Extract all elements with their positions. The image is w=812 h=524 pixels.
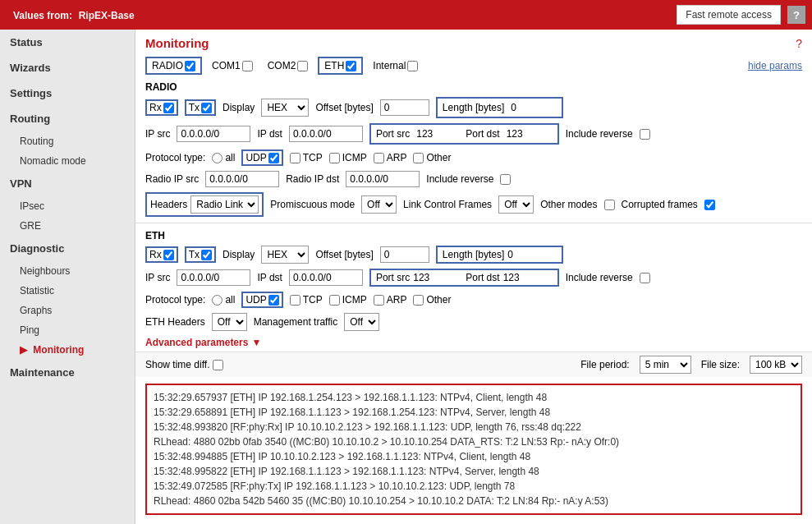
sidebar-item-ipsec[interactable]: IPsec	[0, 196, 135, 216]
radio-headers-select[interactable]: Radio Link Off	[190, 195, 259, 214]
radio-proto-udp-checkbox[interactable]	[268, 153, 279, 163]
sidebar-item-wizards[interactable]: Wizards	[0, 55, 135, 80]
eth-row2: IP src IP dst Port src Port dst Include …	[135, 266, 812, 289]
tab-com1[interactable]: COM1	[207, 58, 258, 73]
sidebar-item-diagnostic[interactable]: Diagnostic	[0, 236, 135, 261]
radio-linkcontrol-select[interactable]: Off On	[498, 195, 534, 214]
radio-linkcontrol-label: Link Control Frames	[403, 199, 492, 210]
eth-ipsrc-input[interactable]	[177, 269, 250, 286]
radio-offset-input[interactable]	[380, 99, 429, 116]
sidebar-item-graphs[interactable]: Graphs	[0, 301, 135, 320]
radio-portdst-input[interactable]	[503, 126, 553, 141]
tab-eth[interactable]: ETH	[318, 57, 363, 75]
tab-com1-label: COM1	[212, 60, 241, 71]
eth-headers-select[interactable]: Off On	[212, 313, 247, 331]
sidebar-item-statistic[interactable]: Statistic	[0, 281, 135, 301]
radio-radio-include-reverse-checkbox[interactable]	[500, 174, 511, 185]
hide-params-link[interactable]: hide params	[748, 60, 802, 71]
radio-length-label: Length [bytes]	[443, 102, 504, 113]
file-period-select[interactable]: 5 min 10 min 30 min	[640, 356, 691, 374]
tab-internal-checkbox[interactable]	[407, 61, 418, 71]
eth-portdst-input[interactable]	[503, 272, 553, 283]
radio-include-reverse-checkbox[interactable]	[640, 129, 650, 140]
eth-offset-input[interactable]	[380, 246, 429, 263]
radio-proto-other[interactable]: Other	[413, 152, 451, 163]
eth-proto-all[interactable]: all	[212, 294, 235, 306]
eth-length-input[interactable]	[507, 249, 557, 260]
radio-ipdst-input[interactable]	[289, 126, 363, 142]
sidebar-item-status[interactable]: Status	[0, 30, 135, 55]
eth-display-select[interactable]: HEX ASCII	[261, 246, 309, 264]
sidebar-item-maintenance[interactable]: Maintenance	[0, 360, 135, 385]
eth-proto-icmp[interactable]: ICMP	[329, 294, 367, 306]
eth-proto-arp-checkbox[interactable]	[374, 295, 384, 306]
radio-radio-ipdst-input[interactable]	[346, 171, 420, 187]
help-button[interactable]: ?	[787, 6, 805, 24]
eth-proto-arp[interactable]: ARP	[374, 294, 407, 306]
radio-proto-icmp-checkbox[interactable]	[329, 153, 340, 163]
radio-portsrc-input[interactable]	[413, 126, 462, 141]
tab-internal-label: Internal	[373, 60, 406, 71]
radio-rx-checkbox[interactable]	[163, 103, 174, 113]
tab-com1-checkbox[interactable]	[242, 61, 253, 71]
sidebar-item-routing[interactable]: Routing	[0, 106, 135, 131]
radio-include-reverse-label: Include reverse	[566, 128, 633, 140]
eth-proto-all-radio[interactable]	[212, 295, 222, 306]
radio-radio-ipsrc-input[interactable]	[205, 171, 279, 187]
tab-com2-checkbox[interactable]	[297, 61, 308, 71]
sidebar-item-routing-sub[interactable]: Routing	[0, 131, 135, 151]
sidebar-item-settings[interactable]: Settings	[0, 80, 135, 106]
section-help-icon[interactable]: ?	[796, 37, 802, 50]
show-time-group[interactable]: Show time diff.	[145, 359, 223, 370]
radio-offset-label: Offset [bytes]	[315, 102, 373, 113]
radio-tx-checkbox[interactable]	[201, 103, 212, 113]
advanced-params-toggle[interactable]: Advanced parameters ▼	[135, 333, 812, 352]
eth-proto-icmp-checkbox[interactable]	[329, 295, 340, 306]
tab-eth-checkbox[interactable]	[346, 61, 356, 71]
eth-proto-tcp[interactable]: TCP	[290, 294, 323, 306]
radio-length-input[interactable]	[507, 100, 557, 115]
radio-proto-arp[interactable]: ARP	[374, 152, 407, 163]
radio-radio-ipsrc-label: Radio IP src	[145, 173, 199, 185]
eth-rx-checkbox[interactable]	[163, 250, 174, 260]
sidebar-item-monitoring[interactable]: ▶ Monitoring	[0, 340, 135, 360]
eth-proto-tcp-checkbox[interactable]	[290, 295, 300, 306]
show-time-checkbox[interactable]	[213, 360, 223, 370]
radio-proto-icmp[interactable]: ICMP	[329, 152, 367, 163]
eth-portdst-label: Port dst	[466, 272, 499, 283]
tab-radio[interactable]: RADIO	[145, 57, 202, 75]
fast-remote-button[interactable]: Fast remote access	[677, 5, 781, 25]
tab-com2[interactable]: COM2	[263, 58, 314, 73]
radio-promiscuous-select[interactable]: Off On	[361, 195, 397, 214]
eth-proto-other[interactable]: Other	[413, 294, 451, 306]
radio-display-select[interactable]: HEX ASCII	[261, 99, 309, 117]
radio-proto-arp-checkbox[interactable]	[374, 153, 384, 163]
eth-proto-other-checkbox[interactable]	[413, 295, 424, 306]
radio-proto-tcp[interactable]: TCP	[290, 152, 323, 163]
sidebar-item-gre[interactable]: GRE	[0, 216, 135, 236]
sidebar-item-ping[interactable]: Ping	[0, 320, 135, 340]
sidebar-item-vpn[interactable]: VPN	[0, 171, 135, 196]
radio-proto-tcp-checkbox[interactable]	[290, 153, 300, 163]
eth-proto-udp-checkbox[interactable]	[268, 295, 279, 306]
radio-radio-ipdst-label: Radio IP dst	[286, 173, 339, 185]
tab-internal[interactable]: Internal	[368, 58, 423, 73]
eth-ipdst-input[interactable]	[289, 269, 363, 286]
tab-radio-checkbox[interactable]	[185, 61, 195, 71]
main-layout: Status Wizards Settings Routing Routing …	[0, 30, 812, 524]
radio-proto-other-checkbox[interactable]	[413, 153, 424, 163]
file-size-select[interactable]: 100 kB 500 kB 1 MB	[750, 356, 802, 374]
sidebar-item-nomadic[interactable]: Nomadic mode	[0, 151, 135, 171]
eth-include-reverse-checkbox[interactable]	[640, 273, 650, 283]
content-area: Monitoring ? RADIO COM1 COM2 ETH Intern	[135, 30, 812, 524]
radio-ipsrc-input[interactable]	[177, 126, 250, 142]
bottom-controls: Show time diff. File period: 5 min 10 mi…	[135, 352, 812, 377]
eth-portsrc-input[interactable]	[413, 272, 462, 283]
radio-proto-all-radio[interactable]	[212, 153, 222, 163]
radio-othermodes-checkbox[interactable]	[604, 200, 615, 210]
sidebar-item-neighbours[interactable]: Neighbours	[0, 261, 135, 281]
radio-proto-all[interactable]: all	[212, 152, 235, 163]
radio-corrupted-checkbox[interactable]	[704, 200, 715, 210]
eth-mgmt-select[interactable]: Off On	[344, 313, 379, 331]
eth-tx-checkbox[interactable]	[201, 250, 212, 260]
